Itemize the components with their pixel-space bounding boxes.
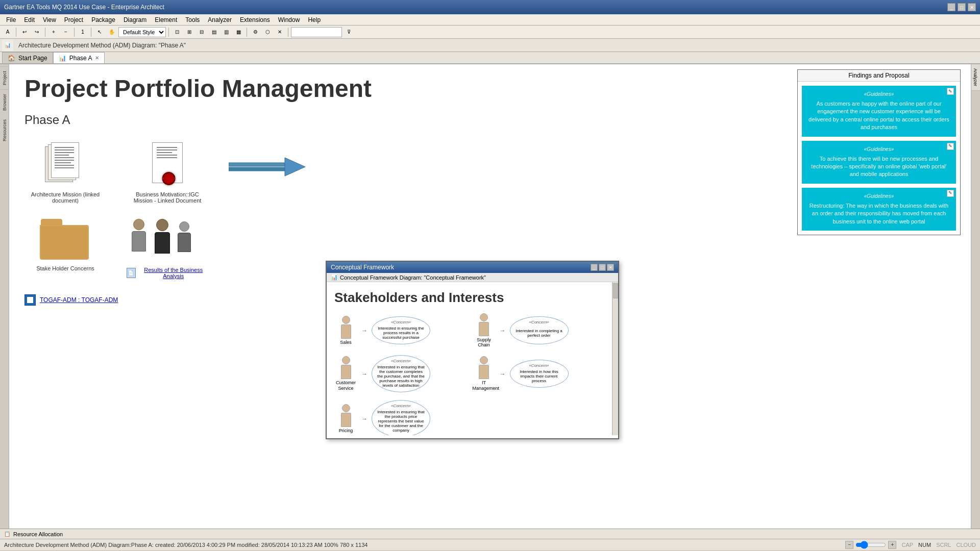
toolbar-sep-3 xyxy=(74,28,75,37)
tab-close-btn[interactable]: ✕ xyxy=(95,55,99,61)
toolbar-btn-3[interactable]: ↪ xyxy=(31,27,42,38)
toolbar-close-diagram[interactable]: ✕ xyxy=(274,27,285,38)
guideline-1-edit[interactable]: ✎ xyxy=(947,88,954,95)
tab-start-page[interactable]: 🏠 Start Page xyxy=(2,52,53,63)
supply-chain-arrow: → xyxy=(500,327,506,334)
supply-chain-concern: «Concern» Interested in completing a per… xyxy=(510,316,569,344)
zoom-plus-btn[interactable]: + xyxy=(888,541,896,549)
main-layout: Project Browser Resources Project Portfo… xyxy=(0,64,980,529)
menu-view[interactable]: View xyxy=(39,15,60,24)
tab-bar: 🏠 Start Page 📊 Phase A ✕ xyxy=(0,52,980,64)
num-indicator: NUM xyxy=(918,542,931,548)
menu-edit[interactable]: Edit xyxy=(20,15,39,24)
menu-window[interactable]: Window xyxy=(274,15,304,24)
business-analysis-item[interactable]: 📄 Results of the Business Analysis xyxy=(127,219,208,279)
toolbar-align3[interactable]: ⊟ xyxy=(196,27,207,38)
toolbar-align6[interactable]: ▦ xyxy=(233,27,244,38)
zoom-minus-btn[interactable]: − xyxy=(845,541,853,549)
toolbar-export[interactable]: ⬡ xyxy=(262,27,273,38)
toolbar-sep-1 xyxy=(16,28,16,37)
arch-mission-item[interactable]: Architecture Mission (linked document) xyxy=(24,142,106,204)
svg-rect-0 xyxy=(229,163,285,166)
sidebar-analyzer[interactable]: Analyzer xyxy=(971,64,980,91)
business-analysis-label[interactable]: Results of the Business Analysis xyxy=(139,267,208,279)
toolbar-settings[interactable]: ⚙ xyxy=(250,27,261,38)
toolbar-zoom-out[interactable]: − xyxy=(60,27,71,38)
stakeholder-customer-service: Customer Service → «Concern» Interested … xyxy=(334,355,465,392)
style-select[interactable]: Default Style xyxy=(118,27,166,37)
resource-label: Resource Allocation xyxy=(13,531,63,537)
business-analysis-link-row: 📄 Results of the Business Analysis xyxy=(127,267,208,279)
tab-start-icon: 🏠 xyxy=(8,55,15,62)
menu-package[interactable]: Package xyxy=(87,15,119,24)
it-management-arrow: → xyxy=(500,370,506,378)
maximize-btn[interactable]: □ xyxy=(958,3,966,11)
popup-maximize[interactable]: □ xyxy=(599,264,606,271)
search-input[interactable] xyxy=(291,27,342,37)
sidebar-project[interactable]: Project xyxy=(1,66,9,89)
title-bar: Gartner EA Tools MQ 2014 Use Case - Ente… xyxy=(0,0,980,14)
window-controls: _ □ ✕ xyxy=(947,3,976,11)
minimize-btn[interactable]: _ xyxy=(947,3,955,11)
toolbar-cursor[interactable]: ↖ xyxy=(94,27,105,38)
toolbar-hand[interactable]: ✋ xyxy=(106,27,117,38)
toolbar-sep-7 xyxy=(288,28,288,37)
popup-diagram-title: Stakeholders and Interests xyxy=(334,290,610,306)
stakeholders-grid: Sales → «Concern» Interested in ensuring… xyxy=(334,313,610,435)
guideline-2-edit[interactable]: ✎ xyxy=(947,143,954,150)
menu-extensions[interactable]: Extensions xyxy=(236,15,274,24)
menu-file[interactable]: File xyxy=(2,15,20,24)
guideline-box-2[interactable]: «Guidelines» To achieve this there will … xyxy=(802,141,956,184)
arch-mission-label: Architecture Mission (linked document) xyxy=(24,191,106,204)
stakeholder-sales: Sales → «Concern» Interested in ensuring… xyxy=(334,313,465,347)
toolbar-btn-4[interactable]: 1 xyxy=(77,27,88,38)
guideline-3-text: Restructuring: The way in which the busi… xyxy=(810,203,949,224)
popup-subtitle-bar: 📊 Conceptual Framework Diagram: "Concept… xyxy=(327,273,618,282)
popup-minimize[interactable]: _ xyxy=(591,264,598,271)
popup-scrollbar[interactable] xyxy=(612,282,618,435)
breadcrumb-path: Architecture Development Method (ADM) Di… xyxy=(18,42,186,49)
zoom-control: − + xyxy=(845,541,896,549)
toolbar: A ↩ ↪ + − 1 ↖ ✋ Default Style ⊡ ⊞ ⊟ ▤ ▥ … xyxy=(0,26,980,39)
togaf-icon xyxy=(24,294,36,306)
guideline-3-edit[interactable]: ✎ xyxy=(947,190,954,197)
toolbar-align4[interactable]: ▤ xyxy=(208,27,219,38)
right-sidebar: Analyzer xyxy=(971,64,980,529)
togaf-label[interactable]: TOGAF-ADM : TOGAF-ADM xyxy=(40,296,118,304)
toolbar-btn-1[interactable]: A xyxy=(2,27,13,38)
popup-close[interactable]: ✕ xyxy=(607,264,614,271)
close-btn[interactable]: ✕ xyxy=(968,3,976,11)
business-motivation-item[interactable]: Business Motivation::IGC Mission - Linke… xyxy=(127,142,208,204)
toolbar-zoom-in[interactable]: + xyxy=(48,27,59,38)
arch-mission-icon xyxy=(45,142,86,188)
toolbar-align1[interactable]: ⊡ xyxy=(172,27,183,38)
pricing-concern-text: Interested in ensuring that the products… xyxy=(376,410,426,433)
sidebar-resources[interactable]: Resources xyxy=(1,115,9,145)
resource-allocation-bar: 📋 Resource Allocation xyxy=(0,529,980,539)
toolbar-align2[interactable]: ⊞ xyxy=(184,27,195,38)
filter-btn[interactable]: ⊽ xyxy=(343,27,354,38)
findings-panel: Findings and Proposal «Guidelines» As cu… xyxy=(797,69,961,235)
menu-tools[interactable]: Tools xyxy=(181,15,204,24)
menu-element[interactable]: Element xyxy=(151,15,181,24)
menu-diagram[interactable]: Diagram xyxy=(119,15,151,24)
toolbar-align5[interactable]: ▥ xyxy=(220,27,232,38)
stakeholder-pricing: Pricing → «Concern» Interested in ensuri… xyxy=(334,400,465,435)
guideline-box-1[interactable]: «Guidelines» As customers are happy with… xyxy=(802,86,956,137)
guideline-2-text: To achieve this there will be new proces… xyxy=(811,156,946,178)
content-area: Project Portfolio Management Phase A xyxy=(9,64,971,529)
zoom-slider[interactable] xyxy=(855,542,886,548)
sidebar-browser[interactable]: Browser xyxy=(1,89,9,115)
stakeholder-supply-chain: Supply Chain → «Concern» Interested in c… xyxy=(473,313,603,347)
tab-phase-a[interactable]: 📊 Phase A ✕ xyxy=(53,52,105,63)
sales-concern-text: Interested in ensuring the process resul… xyxy=(376,326,426,340)
cap-indicator: CAP xyxy=(901,542,913,548)
guideline-box-3[interactable]: «Guidelines» Restructuring: The way in w… xyxy=(802,188,956,231)
menu-project[interactable]: Project xyxy=(60,15,87,24)
toolbar-btn-2[interactable]: ↩ xyxy=(19,27,30,38)
arrow-svg xyxy=(229,152,305,182)
folder-icon xyxy=(40,219,91,262)
stakeholder-concerns-item[interactable]: Stake Holder Concerns xyxy=(24,219,106,271)
menu-analyzer[interactable]: Analyzer xyxy=(204,15,236,24)
menu-help[interactable]: Help xyxy=(304,15,325,24)
